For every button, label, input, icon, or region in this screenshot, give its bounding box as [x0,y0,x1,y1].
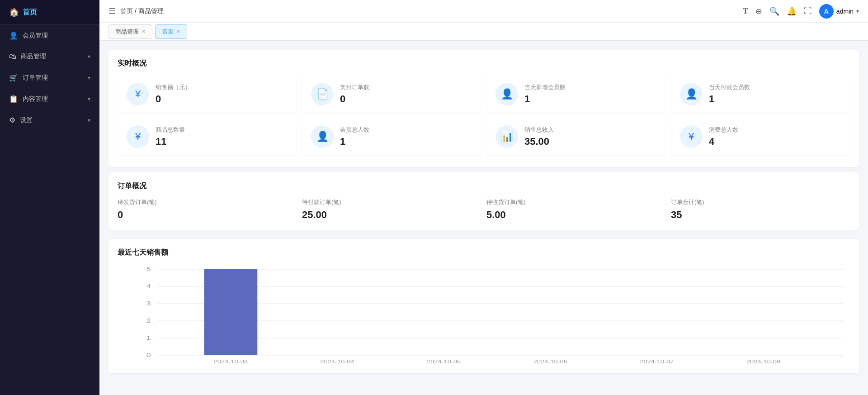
svg-text:5: 5 [146,266,151,272]
member-icon: 👤 [9,31,18,40]
tab-home[interactable]: 首页 ✕ [155,24,187,39]
card-label-total-sales: 销售总收入 [524,126,554,134]
sidebar-item-product[interactable]: 🛍 商品管理 ▾ [0,46,99,67]
tab-product[interactable]: 商品管理 ✕ [108,24,152,39]
svg-text:2: 2 [146,318,151,324]
sidebar-item-label-settings: 设置 [20,116,33,124]
sidebar-item-label-product: 商品管理 [21,52,46,61]
sidebar-item-member[interactable]: 👤 会员管理 [0,25,99,46]
breadcrumb-home[interactable]: 首页 [120,7,133,14]
main-content: ☰ 首页 / 商品管理 𝐓 ⊕ 🔍 🔔 ⛶ A admin ▾ 商 [99,0,868,395]
svg-text:2024-10-06: 2024-10-06 [533,359,567,364]
sidebar: 🏠 首页 👤 会员管理 🛍 商品管理 ▾ 🛒 订单管理 ▾ 📋 内容管理 ▾ ⚙… [0,0,99,395]
card-label-total-consumers: 消费总人数 [709,126,738,134]
avatar: A [819,4,834,19]
card-total-consumers: ¥ 消费总人数 4 [671,118,850,155]
menu-toggle-icon[interactable]: ☰ [108,6,116,16]
order-section: 订单概况 待发货订单(笔) 0 待付款订单(笔) 25.00 待收货订单(笔) … [108,172,859,230]
tab-home-label: 首页 [162,28,174,36]
card-label-paid-members: 当天付款会员数 [709,83,750,91]
card-content-new-members: 当天新增会员数 1 [524,83,566,105]
chart-svg: 5 4 3 2 1 0 2024-10-03 2024-10-04 2024-1… [118,265,850,364]
stat-value-total-orders: 35 [671,209,850,221]
card-value-sales: 0 [156,93,191,105]
sidebar-item-content[interactable]: 📋 内容管理 ▾ [0,88,99,109]
fullscreen-icon[interactable]: ⛶ [804,6,812,16]
card-icon-wrap-paid-orders: 📄 [311,83,334,105]
stat-label-pending-pay: 待付款订单(笔) [302,198,481,206]
paid-members-icon: 👤 [685,88,698,100]
card-label-paid-orders: 支付订单数 [340,83,369,91]
card-content-total-consumers: 消费总人数 4 [709,126,738,148]
stat-value-pending-receive: 5.00 [486,209,665,221]
total-consumers-icon: ¥ [689,131,694,143]
card-content-product-count: 商品总数量 11 [156,126,185,148]
realtime-cards-row2: ¥ 商品总数量 11 👤 会员总人数 1 [118,118,850,155]
tab-home-close[interactable]: ✕ [176,29,180,34]
bell-icon[interactable]: 🔔 [787,6,797,16]
sidebar-item-label-member: 会员管理 [23,32,48,40]
card-label-sales: 销售额（元） [156,83,191,91]
stat-pending-pay: 待付款订单(笔) 25.00 [302,198,481,221]
order-chevron-icon: ▾ [88,75,90,81]
realtime-cards-row1: ¥ 销售额（元） 0 📄 支付订单数 0 [118,76,850,113]
svg-text:2024-10-03: 2024-10-03 [214,359,248,364]
tab-product-label: 商品管理 [115,28,139,36]
header-right: 𝐓 ⊕ 🔍 🔔 ⛶ A admin ▾ [743,4,859,19]
header: ☰ 首页 / 商品管理 𝐓 ⊕ 🔍 🔔 ⛶ A admin ▾ [99,0,868,23]
new-members-icon: 👤 [501,88,513,100]
yuan-icon: ¥ [135,88,141,100]
svg-text:2024-10-07: 2024-10-07 [640,359,674,364]
tab-product-close[interactable]: ✕ [142,29,146,34]
chart-bar-0 [204,269,257,355]
realtime-title: 实时概况 [118,59,850,68]
order-stats: 待发货订单(笔) 0 待付款订单(笔) 25.00 待收货订单(笔) 5.00 … [118,198,850,221]
content-icon: 📋 [9,95,18,103]
card-value-total-members: 1 [340,136,369,148]
user-menu[interactable]: A admin ▾ [819,4,859,19]
breadcrumb: 首页 / 商品管理 [120,7,164,15]
card-label-product-count: 商品总数量 [156,126,185,134]
stat-value-pending-pay: 25.00 [302,209,481,221]
card-total-members: 👤 会员总人数 1 [302,118,481,155]
card-content-paid-orders: 支付订单数 0 [340,83,369,105]
product-icon: 🛍 [9,52,16,61]
total-sales-icon: 📊 [501,131,513,143]
sidebar-item-order[interactable]: 🛒 订单管理 ▾ [0,67,99,88]
card-icon-wrap-total-consumers: ¥ [680,125,703,148]
card-icon-wrap-product-count: ¥ [127,125,149,148]
card-value-total-sales: 35.00 [524,136,554,148]
card-icon-wrap-sales: ¥ [127,83,149,105]
svg-text:0: 0 [146,352,151,358]
card-content-paid-members: 当天付款会员数 1 [709,83,750,105]
card-paid-orders: 📄 支付订单数 0 [302,76,481,113]
breadcrumb-current: 商品管理 [138,7,164,14]
svg-text:2024-10-05: 2024-10-05 [427,359,461,364]
realtime-section: 实时概况 ¥ 销售额（元） 0 📄 支付 [108,50,859,167]
sidebar-logo[interactable]: 🏠 首页 [0,0,99,25]
text-size-icon[interactable]: 𝐓 [743,6,748,16]
card-value-paid-members: 1 [709,93,750,105]
breadcrumb-sep: / [135,7,138,14]
stat-pending-ship: 待发货订单(笔) 0 [118,198,297,221]
card-sales-amount: ¥ 销售额（元） 0 [118,76,297,113]
settings-chevron-icon: ▾ [88,117,90,124]
card-content-total-members: 会员总人数 1 [340,126,369,148]
card-value-total-consumers: 4 [709,136,738,148]
chart-title: 最近七天销售额 [118,248,850,257]
add-icon[interactable]: ⊕ [755,6,762,16]
card-value-new-members: 1 [524,93,566,105]
total-members-icon: 👤 [316,131,329,143]
user-chevron-icon: ▾ [856,8,859,14]
card-label-new-members: 当天新增会员数 [524,83,566,91]
chart-section: 最近七天销售额 5 4 3 2 1 0 [108,239,859,373]
product-count-icon: ¥ [135,131,141,143]
svg-text:2024-10-04: 2024-10-04 [320,359,354,364]
stat-label-pending-ship: 待发货订单(笔) [118,198,297,206]
search-icon[interactable]: 🔍 [769,6,779,16]
sidebar-item-settings[interactable]: ⚙ 设置 ▾ [0,109,99,131]
card-value-product-count: 11 [156,136,185,148]
card-icon-wrap-paid-members: 👤 [680,83,703,105]
page-content: 实时概况 ¥ 销售额（元） 0 📄 支付 [99,41,868,395]
stat-value-pending-ship: 0 [118,209,297,221]
